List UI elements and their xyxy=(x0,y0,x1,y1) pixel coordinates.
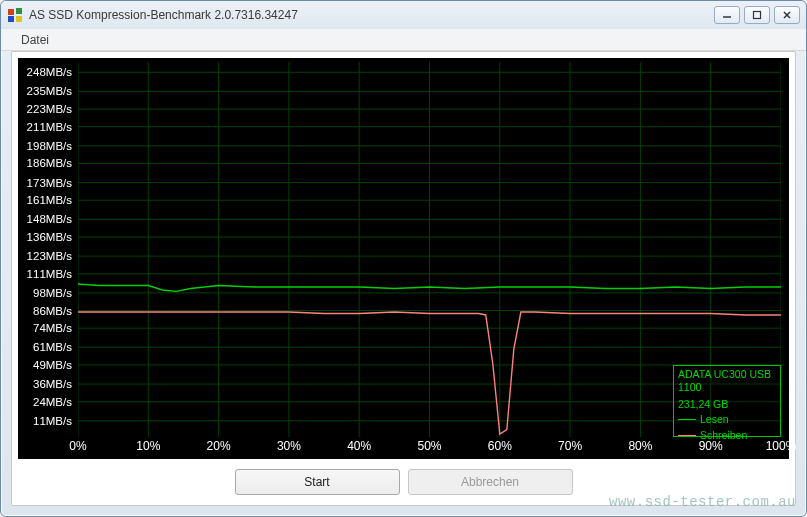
y-tick-label: 223MB/s xyxy=(27,103,72,115)
x-tick-label: 40% xyxy=(347,439,371,453)
start-button[interactable]: Start xyxy=(235,469,400,495)
app-icon xyxy=(7,7,23,23)
y-tick-label: 74MB/s xyxy=(33,322,72,334)
minimize-button[interactable] xyxy=(714,6,740,24)
y-tick-label: 235MB/s xyxy=(27,85,72,97)
titlebar[interactable]: AS SSD Kompression-Benchmark 2.0.7316.34… xyxy=(1,1,806,29)
y-tick-label: 211MB/s xyxy=(27,121,72,133)
y-tick-label: 111MB/s xyxy=(27,268,72,280)
legend-write-row: Schreiben xyxy=(678,429,776,442)
minimize-icon xyxy=(722,10,732,20)
x-tick-label: 10% xyxy=(136,439,160,453)
y-tick-label: 123MB/s xyxy=(27,250,72,262)
y-tick-label: 136MB/s xyxy=(27,231,72,243)
y-tick-label: 148MB/s xyxy=(27,213,72,225)
y-tick-label: 248MB/s xyxy=(27,66,72,78)
svg-rect-0 xyxy=(8,9,14,15)
app-window: AS SSD Kompression-Benchmark 2.0.7316.34… xyxy=(0,0,807,517)
x-tick-label: 80% xyxy=(628,439,652,453)
y-axis-labels: 11MB/s24MB/s36MB/s49MB/s61MB/s74MB/s86MB… xyxy=(18,62,76,437)
legend-capacity: 231,24 GB xyxy=(678,398,776,411)
maximize-icon xyxy=(752,10,762,20)
close-icon xyxy=(782,10,792,20)
y-tick-label: 11MB/s xyxy=(33,415,72,427)
menubar: Datei xyxy=(1,29,806,51)
window-controls xyxy=(714,6,800,24)
x-tick-label: 30% xyxy=(277,439,301,453)
close-button[interactable] xyxy=(774,6,800,24)
svg-rect-5 xyxy=(754,12,761,19)
y-tick-label: 49MB/s xyxy=(33,359,72,371)
y-tick-label: 186MB/s xyxy=(27,157,72,169)
svg-rect-2 xyxy=(8,16,14,22)
y-tick-label: 161MB/s xyxy=(27,194,72,206)
svg-rect-1 xyxy=(16,8,22,14)
legend-device-line2: 1100 xyxy=(678,381,776,394)
y-tick-label: 24MB/s xyxy=(33,396,72,408)
x-tick-label: 70% xyxy=(558,439,582,453)
cancel-button[interactable]: Abbrechen xyxy=(408,469,573,495)
y-tick-label: 61MB/s xyxy=(33,341,72,353)
svg-rect-3 xyxy=(16,16,22,22)
client-area: 11MB/s24MB/s36MB/s49MB/s61MB/s74MB/s86MB… xyxy=(11,51,796,506)
x-axis-labels: 0%10%20%30%40%50%60%70%80%90%100% xyxy=(78,439,781,457)
legend-write-swatch xyxy=(678,435,696,436)
chart: 11MB/s24MB/s36MB/s49MB/s61MB/s74MB/s86MB… xyxy=(18,58,789,459)
x-tick-label: 20% xyxy=(207,439,231,453)
maximize-button[interactable] xyxy=(744,6,770,24)
legend-read-row: Lesen xyxy=(678,413,776,426)
legend-read-swatch xyxy=(678,419,696,420)
menu-file[interactable]: Datei xyxy=(13,31,57,49)
legend-write-label: Schreiben xyxy=(700,429,747,442)
button-row: Start Abbrechen xyxy=(18,465,789,499)
legend-device-line1: ADATA UC300 USB xyxy=(678,368,776,381)
legend-read-label: Lesen xyxy=(700,413,729,426)
y-tick-label: 98MB/s xyxy=(33,287,72,299)
x-tick-label: 50% xyxy=(417,439,441,453)
y-tick-label: 198MB/s xyxy=(27,140,72,152)
y-tick-label: 36MB/s xyxy=(33,378,72,390)
window-title: AS SSD Kompression-Benchmark 2.0.7316.34… xyxy=(29,8,714,22)
y-tick-label: 86MB/s xyxy=(33,305,72,317)
y-tick-label: 173MB/s xyxy=(27,177,72,189)
x-tick-label: 60% xyxy=(488,439,512,453)
legend: ADATA UC300 USB 1100 231,24 GB Lesen Sch… xyxy=(673,365,781,437)
x-tick-label: 0% xyxy=(69,439,86,453)
